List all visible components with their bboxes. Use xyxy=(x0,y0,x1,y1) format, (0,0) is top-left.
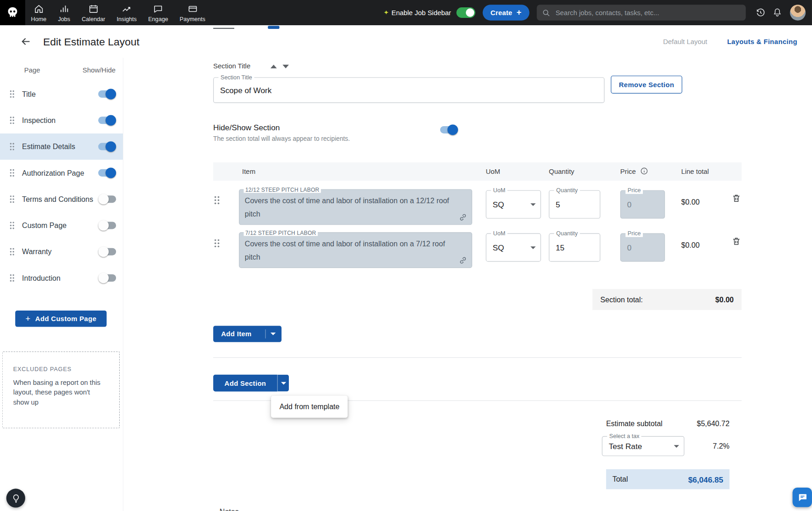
back-button[interactable] xyxy=(20,36,32,47)
show-hide-toggle[interactable] xyxy=(98,246,116,257)
menu-item-add-from-template[interactable]: Add from template xyxy=(271,402,339,411)
page-header: Edit Estimate Layout Default Layout Layo… xyxy=(0,25,812,58)
uom-select-label: UoM xyxy=(491,187,508,194)
move-section-up-icon[interactable] xyxy=(271,65,277,68)
toggle-knob xyxy=(98,220,109,231)
layouts-financing-link[interactable]: Layouts & Financing xyxy=(727,38,797,45)
tax-select-label: Select a tax xyxy=(607,433,641,440)
delete-row-button[interactable] xyxy=(732,194,741,203)
uom-select[interactable]: UoM SQ xyxy=(486,190,541,219)
show-hide-toggle[interactable] xyxy=(98,220,116,231)
quantity-input[interactable] xyxy=(549,191,600,218)
drag-handle-icon[interactable] xyxy=(10,90,15,98)
price-info-icon[interactable] xyxy=(640,167,648,178)
section-total-label: Section total: xyxy=(600,295,643,304)
sidebar-item-custom-page[interactable]: Custom Page xyxy=(0,212,123,239)
drag-handle-icon[interactable] xyxy=(10,274,15,282)
sidebar-item-title[interactable]: Title xyxy=(0,81,123,107)
row-drag-handle-icon[interactable] xyxy=(214,195,220,205)
section-title-field[interactable]: Section Title xyxy=(213,77,604,103)
toggle-knob xyxy=(447,124,458,135)
price-field-label: Price xyxy=(625,230,643,237)
drag-handle-icon[interactable] xyxy=(10,248,15,256)
drag-handle-icon[interactable] xyxy=(10,116,15,124)
toggle-knob xyxy=(98,246,109,257)
row-drag-handle-icon[interactable] xyxy=(214,239,220,248)
help-button[interactable] xyxy=(6,489,25,507)
quantity-field[interactable]: Quantity xyxy=(549,233,600,262)
show-hide-toggle[interactable] xyxy=(98,273,116,283)
nav-item-payments[interactable]: Payments xyxy=(174,0,211,25)
user-avatar[interactable] xyxy=(790,5,806,20)
sidebar-item-inspection[interactable]: Inspection xyxy=(0,107,123,133)
section-total-band: Section total: $0.00 xyxy=(592,289,741,310)
hide-show-section-toggle[interactable] xyxy=(440,124,458,135)
drag-handle-icon[interactable] xyxy=(10,169,15,177)
page-header-right: Default Layout Layouts & Financing xyxy=(663,38,812,45)
clipped-text xyxy=(213,25,234,29)
chat-icon xyxy=(797,492,807,503)
chat-button[interactable] xyxy=(793,488,812,507)
page-title: Edit Estimate Layout xyxy=(43,35,139,47)
add-section-menu: Add from template xyxy=(271,396,348,418)
add-item-button[interactable]: Add Item xyxy=(213,326,282,342)
show-hide-toggle[interactable] xyxy=(98,89,116,100)
drag-handle-icon[interactable] xyxy=(10,221,15,229)
add-section-button[interactable]: Add Section xyxy=(213,375,277,392)
sidebar-item-terms-and-conditions[interactable]: Terms and Conditions xyxy=(0,186,123,212)
nav-item-engage[interactable]: Engage xyxy=(143,0,174,25)
quantity-input[interactable] xyxy=(549,234,600,261)
toggle-knob xyxy=(105,89,116,100)
notifications-button[interactable] xyxy=(769,7,786,18)
notes-label: Notes xyxy=(220,508,239,511)
sidebar-item-warranty[interactable]: Warranty xyxy=(0,239,123,265)
global-search[interactable] xyxy=(537,5,746,20)
price-value: 0 xyxy=(627,200,632,209)
search-input[interactable] xyxy=(554,8,740,17)
sidebar-item-authorization-page[interactable]: Authorization Page xyxy=(0,160,123,186)
section-title-input[interactable] xyxy=(214,78,604,103)
create-button[interactable]: Create + xyxy=(482,5,529,20)
app-logo[interactable] xyxy=(0,0,25,25)
show-hide-toggle[interactable] xyxy=(98,141,116,152)
item-description-text: Covers the cost of time and labor of ins… xyxy=(245,194,455,221)
arrow-back-icon xyxy=(20,36,32,47)
sidebar-item-introduction[interactable]: Introduction xyxy=(0,265,123,291)
tax-select[interactable]: Select a tax Test Rate xyxy=(602,436,685,456)
quantity-field[interactable]: Quantity xyxy=(549,190,600,219)
sidebar-item-estimate-details[interactable]: Estimate Details xyxy=(0,133,123,160)
sidebar-item-label: Warranty xyxy=(22,248,51,256)
col-price: Price xyxy=(620,167,636,175)
nav-item-calendar[interactable]: Calendar xyxy=(76,0,111,25)
sidebar-item-label: Title xyxy=(22,90,36,98)
job-sidebar-toggle[interactable] xyxy=(456,7,475,18)
create-label: Create xyxy=(491,9,513,17)
pages-sidebar: Page Show/Hide Title Inspection Estimate… xyxy=(0,58,123,511)
nav-item-home[interactable]: Home xyxy=(25,0,52,25)
add-section-label: Add Section xyxy=(225,379,266,387)
chevron-down-icon xyxy=(281,382,286,384)
nav-item-insights[interactable]: Insights xyxy=(111,0,143,25)
col-showhide-label: Show/Hide xyxy=(83,66,116,74)
drag-handle-icon[interactable] xyxy=(10,142,15,150)
move-section-down-icon[interactable] xyxy=(282,65,289,68)
history-button[interactable] xyxy=(752,7,769,18)
price-value: 0 xyxy=(627,243,632,252)
add-section-dropdown-button[interactable] xyxy=(277,375,289,392)
delete-row-button[interactable] xyxy=(732,236,741,246)
col-item: Item xyxy=(242,167,255,175)
item-name-label: 7/12 STEEP PITCH LABOR xyxy=(244,230,318,236)
drag-handle-icon[interactable] xyxy=(10,195,15,203)
remove-section-button[interactable]: Remove Section xyxy=(611,76,682,94)
show-hide-toggle[interactable] xyxy=(98,194,116,205)
col-quantity: Quantity xyxy=(549,167,574,175)
show-hide-toggle[interactable] xyxy=(98,115,116,126)
add-custom-page-button[interactable]: + Add Custom Page xyxy=(15,311,106,327)
uom-select[interactable]: UoM SQ xyxy=(486,233,541,262)
nav-item-jobs[interactable]: Jobs xyxy=(52,0,76,25)
link-icon[interactable] xyxy=(458,256,467,265)
link-icon[interactable] xyxy=(458,213,467,222)
show-hide-toggle[interactable] xyxy=(98,167,116,178)
toggle-knob xyxy=(105,141,116,152)
sidebar-column-headers: Page Show/Hide xyxy=(0,58,123,81)
